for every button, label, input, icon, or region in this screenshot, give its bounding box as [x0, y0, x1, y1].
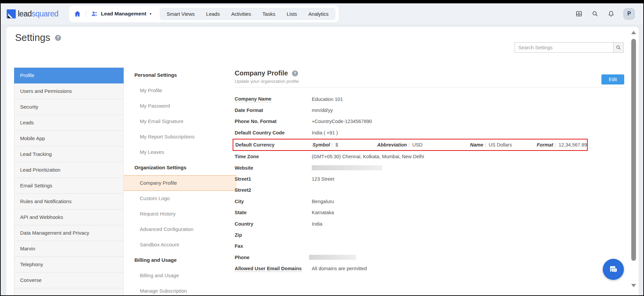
tab-tasks[interactable]: Tasks [257, 8, 281, 19]
scrollbar-thumb[interactable] [631, 39, 636, 261]
section-subtitle: Update your organization profile [235, 79, 631, 84]
sidebar-item-users-and-permissions[interactable]: Users and Permissions [14, 83, 124, 99]
currency-part-abbreviation: Abbreviation : USD [377, 142, 422, 147]
field-label-text: Zip [235, 232, 242, 238]
subnav-item-custom-logo[interactable]: Custom Logo [124, 191, 237, 206]
field-row-website: Website [235, 162, 631, 173]
sidebar-item-marvin[interactable]: Marvin [14, 241, 124, 257]
workspace-selector[interactable]: Lead Management ▾ [91, 10, 156, 17]
field-label-text: Fax [235, 243, 243, 249]
subnav-item-my-profile[interactable]: My Profile [124, 83, 237, 98]
chat-button[interactable] [603, 259, 624, 280]
subnav-item-manage-subscription[interactable]: Manage Subscription [124, 283, 237, 296]
window-top-bar [1, 1, 643, 3]
edit-button[interactable]: Edit [601, 74, 624, 84]
field-label-text: Default Country Code [235, 130, 285, 136]
currency-part-name: Name : US Dollars [470, 142, 512, 147]
company-profile-help-icon[interactable]: ? [292, 70, 298, 76]
settings-subnav: Personal SettingsMy ProfileMy PasswordMy… [124, 67, 237, 296]
tab-smart-views[interactable]: Smart Views [161, 8, 200, 19]
company-profile-section: Company Profile ? Update your organizati… [235, 67, 631, 274]
settings-search [515, 42, 624, 53]
field-row-street2: Street2 [235, 185, 631, 196]
currency-part-key: Abbreviation [377, 142, 407, 147]
field-value: India [312, 221, 322, 227]
subnav-item-my-password[interactable]: My Password [124, 98, 237, 114]
field-row-phone-no-format: Phone No. Format+CountryCode-1234567890 [235, 116, 631, 127]
sidebar-item-data-management-and-privacy[interactable]: Data Management and Privacy [14, 225, 124, 241]
subnav-item-billing-and-usage[interactable]: Billing and Usage [124, 268, 237, 283]
sidebar-item-email-settings[interactable]: Email Settings [14, 178, 124, 194]
subnav-item-my-email-signature[interactable]: My Email Signature [124, 114, 237, 129]
subnav-item-my-leaves[interactable]: My Leaves [124, 144, 237, 160]
field-label-text: Company Name [235, 96, 272, 102]
inbox-tray-icon[interactable] [575, 10, 583, 17]
nav-divider [86, 10, 86, 17]
field-label: Fax [235, 243, 312, 249]
subnav-item-sandbox-account[interactable]: Sandbox Account [124, 237, 237, 252]
topbar-actions: P [575, 8, 635, 19]
bell-icon[interactable] [607, 10, 615, 17]
logo-text-squared: squared [32, 9, 58, 18]
search-icon[interactable] [591, 10, 599, 17]
field-row-allowed-user-email-domains: Allowed User Email DomainsAll domains ar… [235, 263, 631, 274]
search-settings-input[interactable] [515, 43, 613, 52]
sidebar-item-api-and-webhooks[interactable]: API and Webhooks [14, 210, 124, 225]
logo-text-lead: lead [18, 9, 32, 18]
field-label-text: Website [235, 165, 253, 171]
currency-part-key: Name [470, 142, 483, 147]
scroll-down-arrow-icon[interactable] [631, 284, 636, 287]
tab-leads[interactable]: Leads [200, 8, 226, 19]
leadsquared-logo[interactable]: leadsquared [7, 9, 58, 18]
field-label: Country [235, 221, 312, 227]
sidebar-item-telephony[interactable]: Telephony [14, 257, 124, 273]
sidebar-item-lead-prioritization[interactable]: Lead Prioritization [14, 162, 124, 178]
section-title: Company Profile [235, 69, 288, 77]
field-row-country: CountryIndia [235, 218, 631, 229]
app-window: leadsquared Lead Management ▾ Smart View… [0, 0, 644, 296]
field-label: Date Format [235, 107, 312, 113]
page-title: Settings [15, 32, 50, 43]
tab-activities[interactable]: Activities [226, 8, 257, 19]
field-label: Street1 [235, 176, 312, 182]
settings-help-icon[interactable]: ? [55, 35, 61, 41]
search-settings-button[interactable] [613, 43, 623, 52]
sidebar-item-rules-and-notifications[interactable]: Rules and Notifications [14, 194, 124, 210]
field-label-text: State [235, 210, 246, 216]
scroll-up-arrow-icon[interactable] [631, 31, 636, 34]
redacted-value [312, 165, 382, 170]
field-label: Phone No. Format [235, 118, 312, 124]
field-label-text: Phone No. Format [235, 118, 277, 124]
field-label: Zip [235, 232, 312, 238]
nav-tabs: Smart ViewsLeadsActivitiesTasksListsAnal… [160, 8, 336, 20]
field-row-fax: Fax [235, 241, 631, 252]
sidebar-item-profile[interactable]: Profile [14, 68, 124, 83]
subnav-item-company-profile[interactable]: Company Profile [124, 175, 237, 191]
home-icon[interactable] [74, 10, 81, 17]
sidebar-item-security[interactable]: Security [14, 99, 124, 115]
settings-header: Settings ? [15, 32, 61, 43]
field-label-text: Country [235, 221, 253, 227]
field-value: Karnataka [312, 210, 334, 215]
field-value: All domains are permitted [312, 266, 367, 271]
field-label: Website [235, 165, 312, 171]
field-row-phone: Phone [235, 252, 631, 263]
chat-bubbles-icon [608, 264, 619, 275]
users-icon [91, 10, 98, 17]
page-background: Settings ? ProfileUsers and PermissionsS… [1, 24, 643, 296]
subnav-item-advanced-configuration[interactable]: Advanced Configuration [124, 222, 237, 237]
sidebar-item-mobile-app[interactable]: Mobile App [14, 131, 124, 146]
sidebar-item-lead-tracking[interactable]: Lead Tracking [14, 146, 124, 162]
subnav-item-my-report-subscriptions[interactable]: My Report Subscriptions [124, 129, 237, 144]
field-label: City [235, 198, 312, 204]
field-value: mm/dd/yy [312, 108, 333, 113]
sidebar-item-converse[interactable]: Converse [14, 273, 124, 288]
tab-lists[interactable]: Lists [281, 8, 303, 19]
field-row-city: CityBengaluru [235, 196, 631, 207]
user-avatar[interactable]: P [624, 8, 635, 19]
tab-analytics[interactable]: Analytics [303, 8, 334, 19]
field-value: (GMT+05:30) Chennai, Kolkata, Mumbai, Ne… [312, 154, 424, 159]
field-row-company-name: Company NameEducation 101 [235, 94, 631, 105]
sidebar-item-leads[interactable]: Leads [14, 115, 124, 131]
subnav-item-request-history[interactable]: Request History [124, 206, 237, 222]
